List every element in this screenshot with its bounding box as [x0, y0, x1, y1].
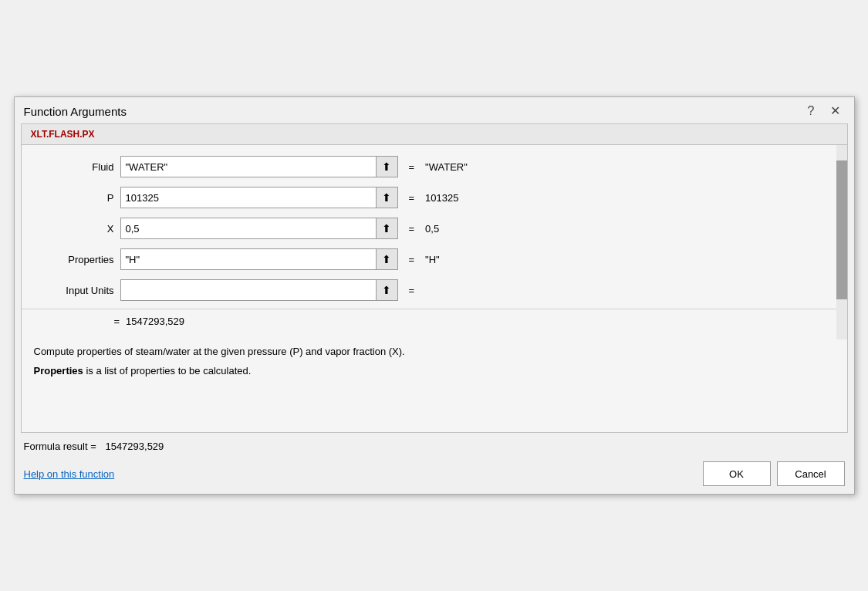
description-bold: Properties	[34, 365, 83, 377]
arg-input[interactable]	[121, 190, 376, 206]
ok-button[interactable]: OK	[703, 461, 771, 486]
help-link-button[interactable]: Help on this function	[24, 468, 115, 480]
arg-row: P⬆=101325	[22, 182, 847, 213]
arg-row: Fluid⬆="WATER"	[22, 151, 847, 182]
formula-result-equals-row: = 1547293,529	[22, 309, 847, 333]
description-area: Compute properties of steam/water at the…	[22, 339, 847, 432]
btn-group: OK Cancel	[703, 461, 845, 486]
arg-label: Fluid	[29, 161, 114, 173]
help-icon-button[interactable]: ?	[803, 103, 819, 119]
arg-input[interactable]	[121, 282, 376, 299]
arg-input-wrap: ⬆	[120, 156, 398, 177]
title-bar: Function Arguments ? ✕	[15, 97, 854, 123]
formula-result-label: Formula result =	[24, 441, 96, 452]
arg-equals: =	[404, 192, 420, 204]
title-bar-actions: ? ✕	[803, 103, 845, 119]
arg-result-value: "WATER"	[425, 161, 468, 173]
arg-equals: =	[404, 223, 420, 235]
arg-result-value: 101325	[425, 192, 458, 204]
arg-input-wrap: ⬆	[120, 187, 398, 208]
formula-result-line: Formula result = 1547293,529	[24, 441, 845, 452]
arg-label: Input Units	[29, 285, 114, 296]
function-arguments-dialog: Function Arguments ? ✕ XLT.FLASH.PX Flui…	[14, 96, 855, 495]
bottom-area: Formula result = 1547293,529 Help on thi…	[15, 433, 854, 494]
scrollbar-thumb[interactable]	[836, 160, 847, 299]
function-name: XLT.FLASH.PX	[22, 124, 847, 145]
arg-arrow-button[interactable]: ⬆	[376, 280, 397, 300]
arg-arrow-button[interactable]: ⬆	[376, 218, 397, 238]
formula-result-value: 1547293,529	[105, 441, 164, 452]
arg-input-wrap: ⬆	[120, 279, 398, 301]
arg-row: Properties⬆="H"	[22, 244, 847, 275]
args-area: Fluid⬆="WATER"P⬆=101325X⬆=0,5Properties⬆…	[22, 145, 847, 339]
scrollbar-track[interactable]	[836, 145, 847, 339]
dialog-title: Function Arguments	[24, 105, 127, 118]
args-container: Fluid⬆="WATER"P⬆=101325X⬆=0,5Properties⬆…	[22, 151, 847, 306]
content-area: XLT.FLASH.PX Fluid⬆="WATER"P⬆=101325X⬆=0…	[21, 123, 848, 433]
arg-arrow-button[interactable]: ⬆	[376, 157, 397, 177]
result-value: 1547293,529	[126, 316, 184, 327]
arg-equals: =	[404, 254, 420, 265]
arg-input[interactable]	[121, 159, 376, 175]
arg-result-value: 0,5	[425, 223, 439, 235]
arg-label: X	[29, 223, 114, 235]
arg-label: Properties	[29, 254, 114, 265]
close-button[interactable]: ✕	[826, 103, 845, 119]
arg-equals: =	[404, 285, 420, 296]
description-main: Compute properties of steam/water at the…	[34, 346, 835, 357]
arg-row: Input Units⬆=	[22, 275, 847, 306]
arg-arrow-button[interactable]: ⬆	[376, 187, 397, 208]
description-detail: Properties is a list of properties to be…	[34, 365, 835, 377]
arg-label: P	[29, 192, 114, 204]
arg-result-value: "H"	[425, 254, 440, 265]
arg-input-wrap: ⬆	[120, 248, 398, 270]
cancel-button[interactable]: Cancel	[777, 461, 845, 486]
arg-arrow-button[interactable]: ⬆	[376, 249, 397, 269]
result-equals: =	[114, 316, 120, 327]
arg-input[interactable]	[121, 221, 376, 237]
action-row: Help on this function OK Cancel	[24, 461, 845, 486]
arg-equals: =	[404, 161, 420, 173]
description-detail-text: is a list of properties to be calculated…	[83, 365, 252, 377]
arg-input-wrap: ⬆	[120, 218, 398, 239]
arg-row: X⬆=0,5	[22, 213, 847, 244]
arg-input[interactable]	[121, 252, 376, 268]
